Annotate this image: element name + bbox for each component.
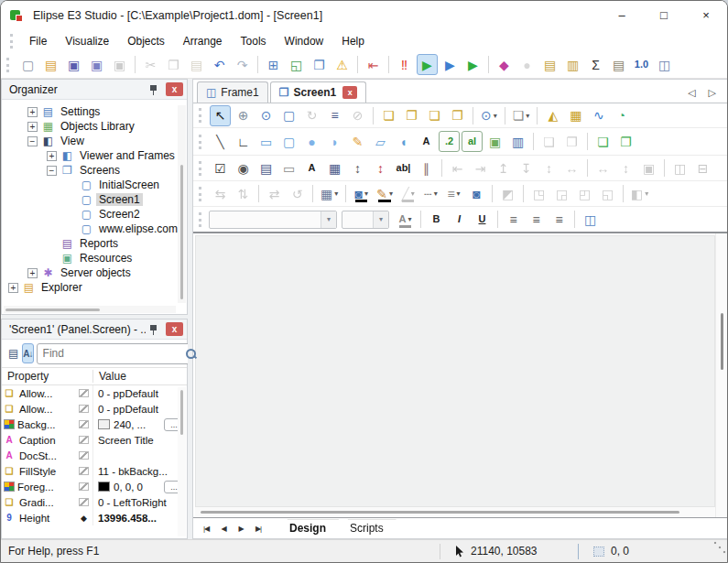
space-across-button[interactable]: ◫: [669, 157, 690, 179]
transfer-size-button[interactable]: ❐: [615, 131, 636, 152]
align-text-right-button[interactable]: ≡: [549, 209, 570, 230]
menu-visualize[interactable]: Visualize: [56, 33, 118, 49]
property-value-cell[interactable]: 240, ......: [93, 418, 187, 431]
transfer-position-button[interactable]: ❏: [592, 131, 614, 152]
database-button[interactable]: ●: [516, 54, 538, 75]
textbox-control-button[interactable]: ab|: [393, 157, 414, 179]
canvas-vertical-scrollbar[interactable]: [715, 233, 727, 517]
save-all-button[interactable]: ▣: [86, 54, 107, 75]
property-value-cell[interactable]: 0, 0, 0...: [93, 481, 187, 493]
menu-file[interactable]: File: [20, 33, 56, 49]
button-control-button[interactable]: ▭: [278, 157, 299, 179]
chevron-down-icon[interactable]: ▾: [407, 215, 411, 223]
maximize-button[interactable]: □: [643, 1, 685, 30]
chevron-down-icon[interactable]: ▾: [411, 189, 415, 198]
association-active-icon[interactable]: ◆: [79, 514, 89, 523]
library-button[interactable]: ▤: [608, 54, 629, 75]
run-server-button[interactable]: ▶: [417, 54, 438, 75]
association-icon[interactable]: [79, 436, 89, 444]
prop-row-allow-1[interactable]: ❏Allow...0 - ppDefault: [2, 385, 187, 401]
brush-color-button[interactable]: ✎▾: [374, 183, 396, 204]
export-files-button[interactable]: ▥: [562, 54, 583, 75]
tree-item-reports[interactable]: ▤Reports: [2, 236, 187, 251]
fill-color-button[interactable]: ◙▾: [351, 183, 372, 204]
position-menu-button[interactable]: ◧▾: [628, 183, 651, 204]
organizer-close-button[interactable]: x: [166, 82, 183, 96]
scrollbar-thumb[interactable]: [180, 165, 183, 299]
sum-button[interactable]: Σ: [585, 54, 606, 75]
line-width-button[interactable]: ≡▾: [443, 183, 464, 204]
zoom-region-button[interactable]: ▢: [278, 105, 299, 126]
bring-forward-button[interactable]: ❏: [424, 105, 445, 126]
tree-item-settings[interactable]: +▤Settings: [2, 104, 187, 119]
playback-object-button[interactable]: ◔: [611, 105, 632, 126]
font-family-select[interactable]: ▾: [209, 211, 337, 229]
spinbutton-control-button[interactable]: ↕: [347, 157, 368, 179]
group-button[interactable]: ❏: [538, 131, 560, 152]
tree-item-resources[interactable]: ▣Resources: [2, 251, 187, 265]
association-icon[interactable]: [79, 451, 89, 460]
center-vertical-button[interactable]: ↕: [538, 157, 560, 179]
minimize-button[interactable]: –: [601, 1, 643, 30]
tree-item-explorer[interactable]: +▤Explorer: [2, 280, 187, 295]
property-value-cell[interactable]: 13996.458...: [93, 513, 187, 524]
size-down-button[interactable]: ◲: [551, 183, 572, 204]
line-color-button[interactable]: ╱▾: [397, 183, 418, 204]
scroll-tabs-right-button[interactable]: ▷: [709, 87, 716, 99]
prop-row-allow-2[interactable]: ❏Allow...0 - ppDefault: [2, 401, 187, 417]
chevron-down-icon[interactable]: ▾: [334, 189, 338, 198]
radio-control-button[interactable]: ◉: [233, 157, 254, 179]
ungroup-button[interactable]: ❐: [561, 131, 582, 152]
listbox-control-button[interactable]: ▦: [324, 157, 345, 179]
browser-object-button[interactable]: ▦: [565, 105, 586, 126]
screen-design-canvas[interactable]: [195, 235, 715, 507]
categorized-view-button[interactable]: ▤: [7, 343, 19, 363]
flip-button[interactable]: ⇄: [264, 183, 285, 204]
prop-row-height[interactable]: 9Height◆13996.458...: [2, 510, 187, 525]
association-icon[interactable]: [79, 467, 89, 475]
last-view-button[interactable]: ▶|: [251, 522, 266, 536]
paste-button[interactable]: ▤: [186, 54, 207, 75]
tree-item-server-objects[interactable]: +✱Server objects: [2, 265, 187, 280]
scrollbar-thumb[interactable]: [201, 511, 679, 514]
align-top-button[interactable]: ↥: [493, 157, 514, 179]
checkbox-control-button[interactable]: ☑: [210, 157, 231, 179]
align-text-left-button[interactable]: ≡: [503, 209, 524, 230]
menu-help[interactable]: Help: [332, 33, 374, 49]
tree-item-www-elipse-com[interactable]: ▢www.elipse.com: [2, 222, 187, 236]
stop-server-button[interactable]: ▶: [440, 54, 461, 75]
collapse-icon[interactable]: −: [47, 166, 57, 176]
scale-tool-button[interactable]: ▥: [507, 131, 528, 152]
collapse-icon[interactable]: −: [27, 136, 38, 146]
close-window-button[interactable]: ×: [685, 1, 727, 30]
chevron-down-icon[interactable]: ▾: [645, 189, 648, 198]
size-up-button[interactable]: ◳: [528, 183, 549, 204]
tree-vertical-scrollbar[interactable]: [178, 105, 186, 303]
arc-tool-button[interactable]: ◗: [324, 131, 345, 152]
prop-row-foregroundcolor[interactable]: Foreg...0, 0, 0...: [2, 479, 187, 494]
rectangle-tool-button[interactable]: ▭: [255, 131, 277, 152]
space-horizontal-button[interactable]: ⇆: [210, 183, 231, 204]
picture-tool-button[interactable]: ▣: [484, 131, 505, 152]
same-width-button[interactable]: ↔: [592, 157, 614, 179]
tab-design[interactable]: Design: [275, 520, 341, 537]
expand-icon[interactable]: +: [27, 268, 38, 278]
copy-button[interactable]: ❐: [163, 54, 184, 75]
property-value-cell[interactable]: 11 - bkBackg...: [93, 466, 187, 477]
tree-item-screen1[interactable]: ▢Screen1: [2, 192, 187, 207]
property-column-header[interactable]: Property: [2, 370, 93, 383]
chevron-down-icon[interactable]: ▾: [373, 211, 388, 228]
chevron-down-icon[interactable]: ▾: [526, 112, 529, 120]
tree-item-viewer-and-frames[interactable]: +◧Viewer and Frames: [2, 148, 187, 163]
line-tool-button[interactable]: ╲: [210, 131, 231, 152]
closed-curve-tool-button[interactable]: ◖: [393, 131, 414, 152]
label-control-button[interactable]: A: [301, 157, 322, 179]
association-icon[interactable]: [79, 389, 89, 397]
chevron-down-icon[interactable]: ▾: [321, 211, 336, 228]
same-size-button[interactable]: ▣: [638, 157, 659, 179]
sort-alphabetical-button[interactable]: A↓: [22, 343, 33, 363]
zoom-level-button[interactable]: ⊙▾: [478, 105, 500, 126]
display-tool-button[interactable]: .2: [439, 131, 460, 152]
property-value-cell[interactable]: 0 - ppDefault: [93, 404, 187, 415]
search-icon[interactable]: [185, 348, 197, 360]
